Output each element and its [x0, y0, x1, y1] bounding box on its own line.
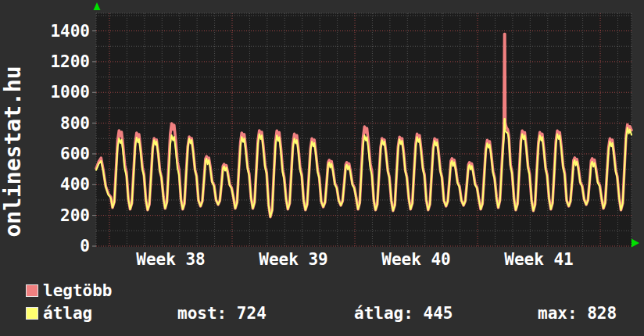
y-axis-label: 1400: [35, 23, 90, 40]
y-axis-label: 1000: [35, 84, 90, 101]
stat-atlag: átlag: 445: [354, 305, 453, 322]
y-axis-label: 200: [35, 207, 90, 224]
graph-canvas: onlinestat.hu 0200400600800100012001400 …: [0, 0, 644, 336]
x-axis-label: Week 38: [109, 251, 234, 268]
x-axis-label: Week 40: [354, 251, 479, 268]
y-axis-label: 800: [35, 115, 90, 132]
axis-ticks: [92, 31, 96, 246]
x-axis-label: Week 39: [231, 251, 356, 268]
legend-label-atlag: átlag: [43, 305, 92, 322]
x-axis-arrow-icon: [631, 239, 639, 248]
legend-label-legtobb: legtöbb: [43, 282, 113, 299]
legend-swatch-atlag: [26, 307, 38, 320]
vertical-title: onlinestat.hu: [0, 66, 26, 237]
y-axis-arrow-icon: [94, 2, 101, 10]
x-axis-label: Week 41: [477, 251, 602, 268]
y-axis-label: 0: [35, 238, 90, 255]
legend-swatch-legtobb: [26, 284, 38, 297]
stat-max: max: 828: [538, 305, 617, 322]
y-axis-label: 1200: [35, 53, 90, 70]
y-axis-label: 600: [35, 145, 90, 163]
y-axis-label: 400: [35, 176, 90, 193]
stat-most: most: 724: [177, 305, 267, 322]
